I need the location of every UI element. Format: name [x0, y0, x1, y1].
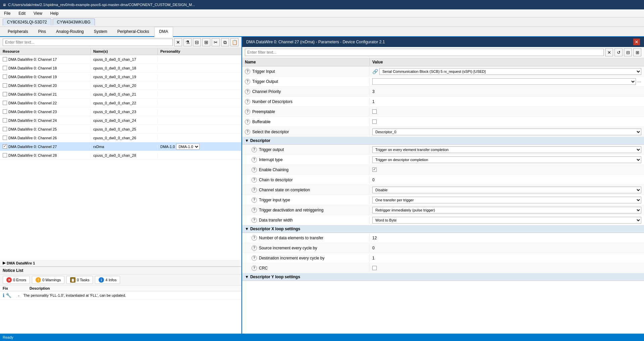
- row-checkbox-2[interactable]: [3, 75, 7, 79]
- errors-btn[interactable]: ✕ 0 Errors: [3, 276, 30, 284]
- notice-fix-icon[interactable]: 🔧: [6, 293, 11, 298]
- row-checkbox-1[interactable]: [3, 66, 7, 70]
- infos-btn[interactable]: i 4 Infos: [95, 276, 120, 284]
- param-filter-input[interactable]: [245, 49, 604, 56]
- table-row[interactable]: DMA DataWire 0: Channel 23 cpuss_0_dw0_0…: [0, 107, 241, 116]
- param-clear-filter-btn[interactable]: ✕: [605, 48, 613, 56]
- help-icon-2[interactable]: ?: [245, 89, 250, 94]
- tab-peripherals[interactable]: Peripherals: [3, 27, 33, 36]
- help-icon-11[interactable]: ?: [252, 177, 257, 183]
- row-checkbox-11[interactable]: [3, 153, 7, 157]
- param-refresh-btn[interactable]: ↺: [614, 48, 623, 56]
- menu-file[interactable]: File: [3, 10, 12, 16]
- help-icon-3[interactable]: ?: [245, 99, 250, 104]
- tab-analog-routing[interactable]: Analog-Routing: [51, 27, 89, 36]
- param-select-9[interactable]: Trigger on descriptor completion: [372, 156, 641, 163]
- help-icon-9[interactable]: ?: [252, 157, 257, 162]
- device-tab-0[interactable]: CY8C6245LQI-S3D72: [3, 18, 51, 26]
- param-close-btn[interactable]: ✕: [633, 39, 640, 45]
- device-tab-1[interactable]: CYW4343WKUBG: [53, 18, 95, 26]
- help-icon-6[interactable]: ?: [245, 129, 250, 135]
- help-icon-15[interactable]: ?: [252, 217, 257, 223]
- dma-select-10[interactable]: DMA-1.0: [176, 144, 200, 150]
- table-row[interactable]: DMA DataWire 0: Channel 25 cpuss_0_dw0_0…: [0, 125, 241, 134]
- help-icon-13[interactable]: ?: [252, 197, 257, 203]
- filter-btn[interactable]: ⚗: [183, 38, 192, 46]
- param-collapse-btn[interactable]: ⊟: [624, 48, 632, 56]
- param-name-6: Select the descriptor: [252, 130, 289, 134]
- table-row[interactable]: DMA DataWire 0: Channel 19 cpuss_0_dw0_0…: [0, 72, 241, 81]
- param-select-6[interactable]: Descriptor_0: [372, 129, 641, 135]
- param-checkbox-10[interactable]: [372, 167, 377, 172]
- menu-edit[interactable]: Edit: [17, 10, 27, 16]
- param-select-13[interactable]: One transfer per trigger: [372, 197, 641, 203]
- row-checkbox-6[interactable]: [3, 109, 7, 114]
- group-dma-datawire1[interactable]: ▶ DMA DataWire 1: [0, 260, 241, 266]
- tab-peripheral-clocks[interactable]: Peripheral-Clocks: [112, 27, 154, 36]
- table-row[interactable]: DMA DataWire 0: Channel 22 cpuss_0_dw0_0…: [0, 99, 241, 107]
- help-icon-10[interactable]: ?: [252, 167, 257, 173]
- notice-list: Notice List ✕ 0 Errors ! 0 Warnings 📋 0 …: [0, 266, 241, 334]
- table-row[interactable]: DMA DataWire 0: Channel 17 cpuss_0_dw0_0…: [0, 55, 241, 64]
- row-checkbox-3[interactable]: [3, 83, 7, 88]
- param-select-15[interactable]: Word to Byte: [372, 217, 641, 224]
- help-icon-17[interactable]: ?: [252, 235, 257, 241]
- collapse-btn[interactable]: ⊟: [193, 38, 201, 46]
- menu-view[interactable]: View: [32, 10, 44, 16]
- table-row[interactable]: DMA DataWire 0: Channel 27 rxDma DMA-1.0…: [0, 142, 241, 151]
- row-checkbox-8[interactable]: [3, 127, 7, 131]
- help-icon-1[interactable]: ?: [245, 79, 250, 84]
- help-icon-8[interactable]: ?: [252, 147, 257, 152]
- clear-filter-btn[interactable]: ✕: [174, 38, 182, 46]
- section-header-21[interactable]: ▼Descriptor Y loop settings: [242, 273, 644, 281]
- tab-pins[interactable]: Pins: [33, 27, 51, 36]
- menu-help[interactable]: Help: [49, 10, 60, 16]
- param-select-0[interactable]: Serial Communication Block (SCB) 5 rx_re…: [379, 68, 641, 75]
- row-checkbox-7[interactable]: [3, 118, 7, 123]
- cell-names-6: cpuss_0_dw0_0_chan_23: [91, 109, 158, 114]
- row-checkbox-9[interactable]: [3, 136, 7, 140]
- row-checkbox-5[interactable]: [3, 101, 7, 105]
- link-icon-0[interactable]: 🔗: [372, 69, 378, 74]
- help-icon-20[interactable]: ?: [252, 265, 257, 271]
- cut-btn[interactable]: ✂: [212, 38, 220, 46]
- help-icon-14[interactable]: ?: [252, 207, 257, 213]
- param-select-14[interactable]: Retrigger immediately (pulse trigger): [372, 207, 641, 213]
- param-checkbox-20[interactable]: [372, 266, 377, 270]
- table-row[interactable]: DMA DataWire 0: Channel 26 cpuss_0_dw0_0…: [0, 134, 241, 142]
- param-value-text-3: 1: [372, 99, 375, 104]
- tasks-btn[interactable]: 📋 0 Tasks: [66, 276, 93, 284]
- tab-dma[interactable]: DMA: [154, 27, 173, 37]
- help-icon-19[interactable]: ?: [252, 255, 257, 261]
- help-icon-0[interactable]: ?: [245, 69, 250, 74]
- param-expand-btn[interactable]: ⊞: [633, 48, 641, 56]
- help-icon-4[interactable]: ?: [245, 109, 250, 114]
- table-row[interactable]: DMA DataWire 0: Channel 28 cpuss_0_dw0_0…: [0, 151, 241, 160]
- param-select-12[interactable]: Disable: [372, 187, 641, 193]
- help-icon-18[interactable]: ?: [252, 245, 257, 251]
- param-select-1[interactable]: [372, 78, 636, 85]
- help-icon-5[interactable]: ?: [245, 119, 250, 125]
- help-icon-12[interactable]: ?: [252, 187, 257, 193]
- row-checkbox-4[interactable]: [3, 92, 7, 96]
- expand-btn[interactable]: ⊞: [202, 38, 210, 46]
- row-checkbox-10[interactable]: [3, 144, 7, 149]
- tab-system[interactable]: System: [89, 27, 112, 36]
- section-header-16[interactable]: ▼Descriptor X loop settings: [242, 225, 644, 233]
- row-checkbox-0[interactable]: [3, 57, 7, 61]
- param-select-8[interactable]: Trigger on every element transfer comple…: [372, 146, 641, 153]
- param-checkbox-4[interactable]: [372, 109, 377, 114]
- more-btn-1[interactable]: ···: [637, 79, 641, 84]
- section-header-7[interactable]: ▼Descriptor: [242, 137, 644, 145]
- param-col-value-header: Value: [370, 58, 644, 66]
- copy-btn[interactable]: ⧉: [221, 38, 229, 46]
- table-row[interactable]: DMA DataWire 0: Channel 18 cpuss_0_dw0_0…: [0, 64, 241, 72]
- paste-btn[interactable]: 📋: [230, 38, 238, 46]
- param-checkbox-5[interactable]: [372, 119, 377, 124]
- table-row[interactable]: DMA DataWire 0: Channel 21 cpuss_0_dw0_0…: [0, 90, 241, 99]
- table-row[interactable]: DMA DataWire 0: Channel 24 cpuss_0_dw0_0…: [0, 116, 241, 125]
- filter-input[interactable]: [3, 39, 173, 46]
- warnings-btn[interactable]: ! 0 Warnings: [32, 276, 64, 284]
- param-row: ? Data transfer width Word to Byte: [242, 215, 644, 225]
- table-row[interactable]: DMA DataWire 0: Channel 20 cpuss_0_dw0_0…: [0, 81, 241, 90]
